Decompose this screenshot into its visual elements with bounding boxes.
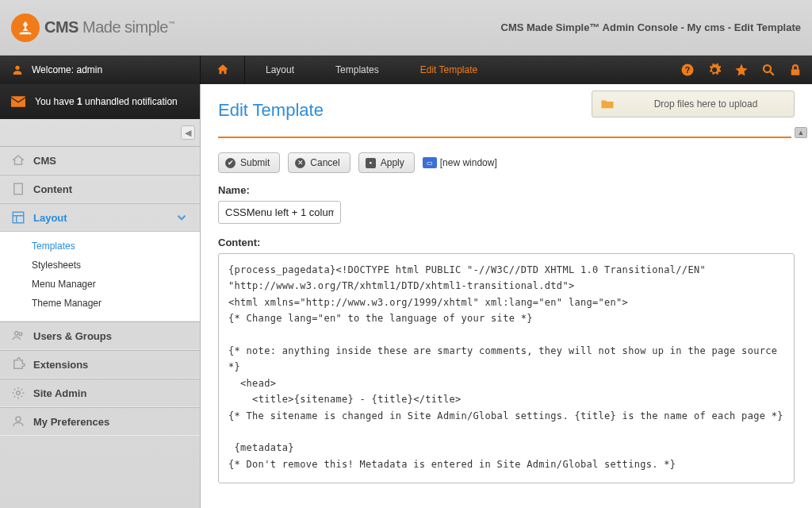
notification-bar[interactable]: You have 1 unhandled notification [0, 84, 200, 119]
sidebar-item-my-preferences[interactable]: My Preferences [0, 408, 200, 435]
sidebar-item-theme-manager[interactable]: Theme Manager [32, 294, 200, 313]
search-icon[interactable] [761, 63, 776, 77]
logo-text: CMS Made simple™ [44, 18, 174, 37]
lock-icon[interactable] [788, 63, 802, 77]
sidebar-collapse-row: ◀ [0, 119, 200, 146]
collapse-panel-button[interactable]: ▲ [795, 127, 807, 138]
window-icon: ▭ [423, 157, 437, 168]
welcome-text: Welcome: admin [32, 64, 102, 75]
notification-text: You have 1 unhandled notification [35, 96, 178, 107]
svg-rect-6 [14, 183, 23, 194]
svg-point-3 [764, 65, 771, 72]
svg-point-11 [16, 417, 21, 421]
content-textarea[interactable] [218, 253, 795, 483]
file-dropzone[interactable]: Drop files here to upload [592, 90, 795, 117]
welcome-box: Welcome: admin [0, 56, 201, 84]
logo-icon [11, 13, 40, 42]
dropzone-text: Drop files here to upload [626, 98, 786, 110]
chevron-down-icon [174, 210, 189, 225]
svg-point-10 [17, 391, 21, 395]
puzzle-icon [11, 357, 25, 371]
content-label: Content: [218, 237, 795, 248]
user-outline-icon [11, 414, 25, 429]
svg-rect-5 [11, 96, 25, 107]
star-icon[interactable] [734, 63, 749, 77]
svg-rect-4 [791, 69, 800, 75]
name-label: Name: [218, 184, 795, 196]
breadcrumb-templates[interactable]: Templates [315, 56, 400, 84]
sidebar-item-stylesheets[interactable]: Stylesheets [32, 256, 200, 275]
sidebar-item-users-groups[interactable]: Users & Groups [0, 322, 200, 349]
document-icon [11, 182, 25, 196]
home-icon [216, 63, 230, 77]
breadcrumb-title: CMS Made Simple™ Admin Console - My cms … [501, 21, 802, 33]
svg-text:?: ? [685, 65, 690, 75]
home-button[interactable] [201, 56, 245, 84]
help-icon[interactable]: ? [680, 63, 695, 77]
submit-button[interactable]: ✔Submit [218, 152, 280, 173]
sidebar-item-site-admin[interactable]: Site Admin [0, 379, 200, 406]
button-row: ✔Submit ✕Cancel ▪Apply ▭[new window] [218, 152, 795, 173]
sidebar-item-cms[interactable]: CMS [0, 147, 200, 174]
folder-icon [600, 98, 615, 110]
svg-rect-7 [13, 212, 24, 223]
sidebar-item-menu-manager[interactable]: Menu Manager [32, 275, 200, 294]
sidebar: You have 1 unhandled notification ◀ CMS … [0, 84, 201, 508]
breadcrumb-edit-template[interactable]: Edit Template [400, 56, 499, 84]
users-icon [11, 329, 25, 343]
topbar: Welcome: admin Layout Templates Edit Tem… [0, 56, 812, 84]
sidebar-item-templates[interactable]: Templates [32, 237, 200, 256]
svg-point-0 [15, 66, 19, 70]
svg-point-9 [19, 333, 22, 336]
name-input[interactable] [218, 201, 341, 224]
gear-outline-icon [11, 386, 25, 400]
topbar-actions: ? [680, 56, 812, 84]
sidebar-item-extensions[interactable]: Extensions [0, 351, 200, 378]
sidebar-layout-children: Templates Stylesheets Menu Manager Theme… [0, 231, 200, 321]
breadcrumb-layout[interactable]: Layout [245, 56, 315, 84]
logo[interactable]: CMS Made simple™ [11, 13, 174, 42]
main-content: Edit Template Drop files here to upload … [201, 84, 812, 508]
cancel-button[interactable]: ✕Cancel [288, 152, 350, 173]
close-icon: ✕ [295, 158, 305, 168]
check-icon: ✔ [225, 158, 236, 168]
sidebar-item-layout[interactable]: Layout [0, 204, 200, 231]
layout-icon [11, 210, 25, 225]
header: CMS Made simple™ CMS Made Simple™ Admin … [0, 0, 812, 56]
gear-icon[interactable] [707, 63, 722, 77]
separator-row: ▲ [201, 129, 812, 138]
apply-button[interactable]: ▪Apply [358, 152, 415, 173]
page-title: Edit Template [218, 90, 324, 121]
save-icon: ▪ [366, 158, 376, 168]
sidebar-item-content[interactable]: Content [0, 175, 200, 202]
mail-icon [11, 96, 25, 107]
home-outline-icon [11, 153, 25, 167]
user-icon [11, 64, 24, 76]
svg-point-8 [15, 332, 19, 336]
collapse-sidebar-button[interactable]: ◀ [181, 125, 195, 140]
new-window-link[interactable]: ▭[new window] [423, 157, 497, 168]
